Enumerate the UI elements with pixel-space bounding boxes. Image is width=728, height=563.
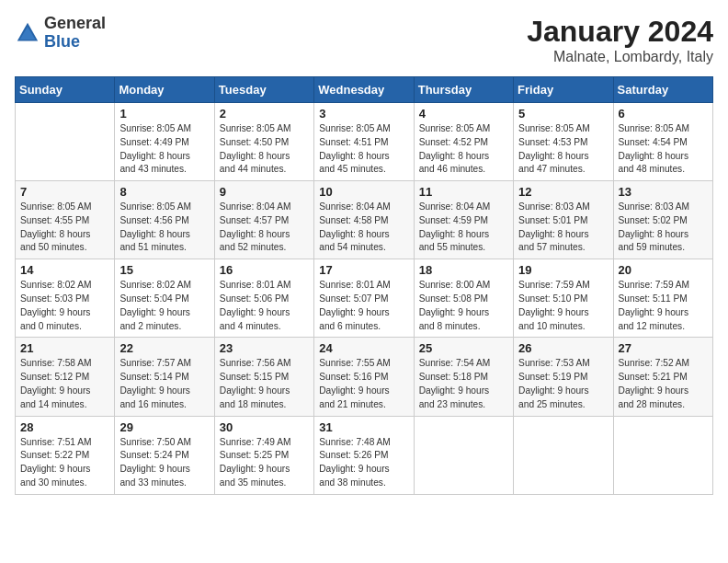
day-number: 30 — [220, 420, 309, 434]
day-number: 23 — [220, 341, 309, 355]
header: General Blue January 2024 Malnate, Lomba… — [15, 15, 713, 65]
week-row-4: 28Sunrise: 7:51 AMSunset: 5:22 PMDayligh… — [16, 416, 713, 494]
calendar-cell: 2Sunrise: 8:05 AMSunset: 4:50 PMDaylight… — [214, 103, 313, 181]
calendar-cell: 6Sunrise: 8:05 AMSunset: 4:54 PMDaylight… — [613, 103, 712, 181]
day-number: 21 — [20, 341, 109, 355]
day-detail: Sunrise: 8:02 AMSunset: 5:04 PMDaylight:… — [119, 279, 209, 333]
week-row-1: 7Sunrise: 8:05 AMSunset: 4:55 PMDaylight… — [16, 181, 713, 259]
day-detail: Sunrise: 7:49 AMSunset: 5:25 PMDaylight:… — [220, 436, 309, 490]
calendar-table: SundayMondayTuesdayWednesdayThursdayFrid… — [15, 76, 713, 495]
day-detail: Sunrise: 8:05 AMSunset: 4:49 PMDaylight:… — [119, 122, 209, 177]
day-number: 15 — [119, 263, 209, 277]
logo-general-text: General — [44, 15, 106, 33]
calendar-cell: 12Sunrise: 8:03 AMSunset: 5:01 PMDayligh… — [514, 181, 613, 259]
calendar-cell: 27Sunrise: 7:52 AMSunset: 5:21 PMDayligh… — [613, 338, 712, 416]
weekday-header-friday: Friday — [514, 77, 613, 103]
day-number: 31 — [319, 420, 408, 434]
calendar-cell: 1Sunrise: 8:05 AMSunset: 4:49 PMDaylight… — [115, 103, 214, 181]
calendar-cell: 24Sunrise: 7:55 AMSunset: 5:16 PMDayligh… — [314, 338, 414, 416]
day-detail: Sunrise: 8:04 AMSunset: 4:58 PMDaylight:… — [319, 201, 408, 255]
day-detail: Sunrise: 8:05 AMSunset: 4:55 PMDaylight:… — [20, 201, 109, 255]
calendar-cell — [414, 416, 513, 494]
day-number: 4 — [419, 107, 508, 121]
calendar-cell: 25Sunrise: 7:54 AMSunset: 5:18 PMDayligh… — [414, 338, 513, 416]
calendar-cell: 11Sunrise: 8:04 AMSunset: 4:59 PMDayligh… — [414, 181, 513, 259]
day-detail: Sunrise: 8:03 AMSunset: 5:02 PMDaylight:… — [619, 201, 708, 255]
calendar-cell: 26Sunrise: 7:53 AMSunset: 5:19 PMDayligh… — [514, 338, 613, 416]
day-number: 16 — [220, 263, 309, 277]
day-number: 1 — [119, 107, 209, 121]
weekday-header-tuesday: Tuesday — [214, 77, 313, 103]
calendar-cell: 22Sunrise: 7:57 AMSunset: 5:14 PMDayligh… — [115, 338, 214, 416]
day-number: 2 — [220, 107, 309, 121]
day-number: 27 — [619, 341, 708, 355]
calendar-cell: 3Sunrise: 8:05 AMSunset: 4:51 PMDaylight… — [314, 103, 414, 181]
calendar-cell: 31Sunrise: 7:48 AMSunset: 5:26 PMDayligh… — [314, 416, 414, 494]
day-number: 17 — [319, 263, 408, 277]
day-detail: Sunrise: 8:05 AMSunset: 4:51 PMDaylight:… — [319, 122, 408, 177]
month-title: January 2024 — [527, 15, 713, 49]
weekday-header-thursday: Thursday — [414, 77, 513, 103]
day-detail: Sunrise: 7:50 AMSunset: 5:24 PMDaylight:… — [119, 436, 209, 490]
day-number: 24 — [319, 341, 408, 355]
calendar-cell: 28Sunrise: 7:51 AMSunset: 5:22 PMDayligh… — [16, 416, 115, 494]
location-title: Malnate, Lombardy, Italy — [527, 49, 713, 65]
calendar-cell: 20Sunrise: 7:59 AMSunset: 5:11 PMDayligh… — [613, 259, 712, 338]
day-detail: Sunrise: 8:05 AMSunset: 4:56 PMDaylight:… — [119, 201, 209, 255]
weekday-header-monday: Monday — [115, 77, 214, 103]
day-number: 28 — [20, 420, 109, 434]
logo-icon — [15, 20, 40, 46]
day-detail: Sunrise: 7:56 AMSunset: 5:15 PMDaylight:… — [220, 357, 309, 411]
calendar-cell: 16Sunrise: 8:01 AMSunset: 5:06 PMDayligh… — [214, 259, 313, 338]
day-number: 29 — [119, 420, 209, 434]
calendar-cell: 8Sunrise: 8:05 AMSunset: 4:56 PMDaylight… — [115, 181, 214, 259]
logo: General Blue — [15, 15, 106, 52]
calendar-cell — [16, 103, 115, 181]
day-detail: Sunrise: 8:01 AMSunset: 5:06 PMDaylight:… — [220, 279, 309, 333]
day-detail: Sunrise: 8:05 AMSunset: 4:54 PMDaylight:… — [619, 122, 708, 177]
week-row-0: 1Sunrise: 8:05 AMSunset: 4:49 PMDaylight… — [16, 103, 713, 181]
week-row-2: 14Sunrise: 8:02 AMSunset: 5:03 PMDayligh… — [16, 259, 713, 338]
day-detail: Sunrise: 7:58 AMSunset: 5:12 PMDaylight:… — [20, 357, 109, 411]
weekday-header-wednesday: Wednesday — [314, 77, 414, 103]
day-number: 25 — [419, 341, 508, 355]
calendar-cell: 19Sunrise: 7:59 AMSunset: 5:10 PMDayligh… — [514, 259, 613, 338]
weekday-header-saturday: Saturday — [613, 77, 712, 103]
day-detail: Sunrise: 7:51 AMSunset: 5:22 PMDaylight:… — [20, 436, 109, 490]
calendar-cell: 17Sunrise: 8:01 AMSunset: 5:07 PMDayligh… — [314, 259, 414, 338]
day-detail: Sunrise: 7:48 AMSunset: 5:26 PMDaylight:… — [319, 436, 408, 490]
day-detail: Sunrise: 7:55 AMSunset: 5:16 PMDaylight:… — [319, 357, 408, 411]
day-detail: Sunrise: 8:00 AMSunset: 5:08 PMDaylight:… — [419, 279, 508, 333]
calendar-cell: 29Sunrise: 7:50 AMSunset: 5:24 PMDayligh… — [115, 416, 214, 494]
calendar-cell — [514, 416, 613, 494]
weekday-header-row: SundayMondayTuesdayWednesdayThursdayFrid… — [16, 77, 713, 103]
day-detail: Sunrise: 7:52 AMSunset: 5:21 PMDaylight:… — [619, 357, 708, 411]
day-detail: Sunrise: 7:59 AMSunset: 5:11 PMDaylight:… — [619, 279, 708, 333]
calendar-cell: 18Sunrise: 8:00 AMSunset: 5:08 PMDayligh… — [414, 259, 513, 338]
calendar-cell: 5Sunrise: 8:05 AMSunset: 4:53 PMDaylight… — [514, 103, 613, 181]
day-number: 20 — [619, 263, 708, 277]
day-detail: Sunrise: 7:53 AMSunset: 5:19 PMDaylight:… — [518, 357, 608, 411]
day-number: 14 — [20, 263, 109, 277]
week-row-3: 21Sunrise: 7:58 AMSunset: 5:12 PMDayligh… — [16, 338, 713, 416]
day-number: 13 — [619, 185, 708, 199]
day-number: 12 — [518, 185, 608, 199]
calendar-cell: 10Sunrise: 8:04 AMSunset: 4:58 PMDayligh… — [314, 181, 414, 259]
calendar-cell: 30Sunrise: 7:49 AMSunset: 5:25 PMDayligh… — [214, 416, 313, 494]
day-detail: Sunrise: 8:05 AMSunset: 4:50 PMDaylight:… — [220, 122, 309, 177]
calendar-cell: 4Sunrise: 8:05 AMSunset: 4:52 PMDaylight… — [414, 103, 513, 181]
weekday-header-sunday: Sunday — [16, 77, 115, 103]
day-detail: Sunrise: 7:59 AMSunset: 5:10 PMDaylight:… — [518, 279, 608, 333]
day-detail: Sunrise: 7:57 AMSunset: 5:14 PMDaylight:… — [119, 357, 209, 411]
day-number: 10 — [319, 185, 408, 199]
day-detail: Sunrise: 8:04 AMSunset: 4:57 PMDaylight:… — [220, 201, 309, 255]
day-number: 19 — [518, 263, 608, 277]
calendar-cell: 21Sunrise: 7:58 AMSunset: 5:12 PMDayligh… — [16, 338, 115, 416]
day-detail: Sunrise: 8:02 AMSunset: 5:03 PMDaylight:… — [20, 279, 109, 333]
day-detail: Sunrise: 8:01 AMSunset: 5:07 PMDaylight:… — [319, 279, 408, 333]
day-number: 6 — [619, 107, 708, 121]
day-number: 26 — [518, 341, 608, 355]
calendar-cell: 7Sunrise: 8:05 AMSunset: 4:55 PMDaylight… — [16, 181, 115, 259]
day-detail: Sunrise: 8:05 AMSunset: 4:53 PMDaylight:… — [518, 122, 608, 177]
title-area: January 2024 Malnate, Lombardy, Italy — [527, 15, 713, 65]
